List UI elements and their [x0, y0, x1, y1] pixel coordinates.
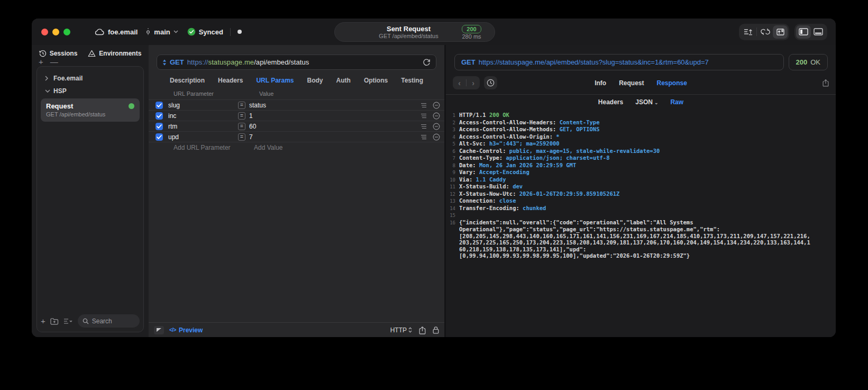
response-body-line: 14Transfer-Encoding: chunked [446, 205, 836, 212]
request-method[interactable]: GET [170, 58, 184, 66]
zoom-window-button[interactable] [63, 29, 70, 35]
url-path: /api/embed/status [254, 58, 309, 66]
search-placeholder: Search [92, 318, 112, 325]
response-tabs: InfoRequestResponse [595, 79, 687, 87]
response-body-line: 1HTTP/1.1 200 OK [446, 112, 836, 119]
history-button[interactable] [484, 76, 497, 89]
back-button[interactable]: ‹ [453, 76, 466, 89]
add-url-parameter-field[interactable]: Add URL Parameter [173, 144, 254, 151]
tab-environments[interactable]: Environments [88, 50, 141, 57]
response-tab-request[interactable]: Request [619, 79, 644, 87]
sent-url-box[interactable]: GET https://statuspage.me/api/embed/stat… [454, 54, 784, 70]
line-content: [208,205,145,298,443,140,160,165,171,161… [459, 233, 810, 240]
search-input[interactable]: Search [78, 314, 140, 328]
tab-description[interactable]: Description [170, 77, 205, 84]
synced-check-icon [187, 28, 196, 36]
sidebar: Sessions Environments + — [32, 45, 149, 337]
json-format-chevron-icon: ⌄ [654, 100, 659, 105]
traffic-lights [41, 29, 70, 35]
param-checkbox[interactable] [156, 112, 163, 120]
response-nav-bar: ‹ › InfoRequestResponse [453, 76, 829, 89]
tree-item-foe-email[interactable]: Foe.email [41, 72, 140, 85]
param-checkbox[interactable] [156, 123, 163, 130]
preview-button[interactable]: </> Preview [169, 326, 203, 334]
request-list-item-selected[interactable]: Request GET /api/embed/status [41, 98, 140, 122]
param-value-field[interactable]: status [245, 102, 421, 109]
line-number [446, 233, 459, 240]
chevron-down-icon [45, 89, 49, 93]
project-switcher[interactable]: foe.email [95, 28, 138, 36]
reorder-handle-icon[interactable] [421, 124, 427, 129]
response-subtab-headers[interactable]: Headers [598, 98, 623, 106]
param-name-field[interactable]: upd [163, 133, 238, 141]
sync-loop-button[interactable] [758, 25, 773, 39]
toggle-sidebar-button[interactable] [796, 25, 811, 39]
share-response-button[interactable] [823, 79, 829, 87]
response-tab-info[interactable]: Info [595, 79, 606, 87]
add-session-button[interactable]: + [39, 59, 43, 65]
param-name-field[interactable]: inc [163, 112, 238, 120]
sent-request-summary[interactable]: Sent Request GET /api/embed/status 200 2… [334, 22, 495, 42]
reorder-handle-icon[interactable] [421, 113, 427, 119]
line-number: 10 [446, 176, 459, 184]
view-options-button[interactable] [63, 318, 73, 324]
import-requests-button[interactable] [773, 25, 788, 39]
param-value-field[interactable]: 60 [245, 123, 421, 130]
response-body-line: 5Alt-Svc: h3=":443"; ma=2592000 [446, 140, 836, 148]
minimize-window-button[interactable] [52, 29, 59, 35]
add-request-button[interactable]: + [41, 318, 45, 325]
response-body-line: 8Date: Mon, 26 Jan 2026 20:29:59 GMT [446, 162, 836, 169]
url-scheme: https:// [187, 58, 208, 66]
request-url-bar[interactable]: GET https://statuspage.me/api/embed/stat… [157, 55, 436, 70]
share-request-button[interactable] [419, 326, 426, 334]
param-value-field[interactable]: 1 [245, 112, 421, 120]
tab-environments-label: Environments [99, 50, 141, 57]
delete-param-button[interactable] [433, 112, 440, 120]
tab-headers[interactable]: Headers [218, 77, 243, 84]
tree-item-hsp[interactable]: HSP [41, 85, 140, 97]
response-body-line: 6Cache-Control: public, max-age=15, stal… [446, 148, 836, 155]
delete-param-button[interactable] [433, 133, 440, 141]
response-subtab-raw[interactable]: Raw [670, 98, 683, 106]
protocol-selector[interactable]: HTTP [390, 326, 412, 334]
param-name-field[interactable]: slug [163, 102, 238, 109]
lock-icon[interactable] [433, 326, 439, 334]
toggle-bottom-panel-button[interactable] [811, 25, 826, 39]
tab-auth[interactable]: Auth [336, 77, 351, 84]
remove-session-button[interactable]: — [50, 59, 58, 65]
tab-options[interactable]: Options [364, 77, 388, 84]
equals-icon: = [238, 112, 245, 120]
line-content: Access-Control-Allow-Origin: * [459, 133, 560, 141]
response-raw-body[interactable]: 1HTTP/1.1 200 OK2Access-Control-Allow-He… [446, 109, 836, 337]
param-checkbox[interactable] [156, 102, 163, 109]
reorder-handle-icon[interactable] [421, 134, 427, 140]
close-window-button[interactable] [41, 29, 48, 35]
response-tab-response[interactable]: Response [656, 79, 687, 87]
param-name-field[interactable]: rtm [163, 123, 238, 130]
new-folder-button[interactable] [50, 318, 59, 325]
line-number: 11 [446, 183, 459, 191]
method-stepper-icon[interactable] [162, 59, 167, 66]
response-body-line: 3Access-Control-Allow-Methods: GET, OPTI… [446, 126, 836, 133]
delete-param-button[interactable] [433, 123, 440, 130]
tab-testing[interactable]: Testing [401, 77, 423, 84]
history-nav-group: ‹ › [453, 76, 480, 89]
url-param-row: rtm=60 [149, 121, 444, 131]
collapse-editor-button[interactable] [154, 326, 164, 334]
tab-url-params[interactable]: URL Params [256, 77, 294, 84]
add-value-field[interactable]: Add Value [254, 144, 283, 151]
resend-request-button[interactable] [423, 58, 431, 66]
forward-button[interactable]: › [467, 76, 480, 89]
param-value-field[interactable]: 7 [245, 133, 421, 141]
delete-param-button[interactable] [433, 102, 440, 109]
sort-export-button[interactable] [741, 25, 755, 39]
response-subtab-json[interactable]: JSON⌄ [635, 98, 658, 106]
sync-status[interactable]: Synced [187, 28, 223, 36]
tab-sessions[interactable]: Sessions [39, 50, 78, 57]
tab-body[interactable]: Body [307, 77, 323, 84]
request-item-title: Request [46, 102, 73, 110]
add-parameter-row: Add URL Parameter Add Value [149, 142, 444, 153]
param-checkbox[interactable] [156, 133, 163, 141]
reorder-handle-icon[interactable] [421, 103, 427, 108]
branch-switcher[interactable]: main [145, 28, 178, 36]
